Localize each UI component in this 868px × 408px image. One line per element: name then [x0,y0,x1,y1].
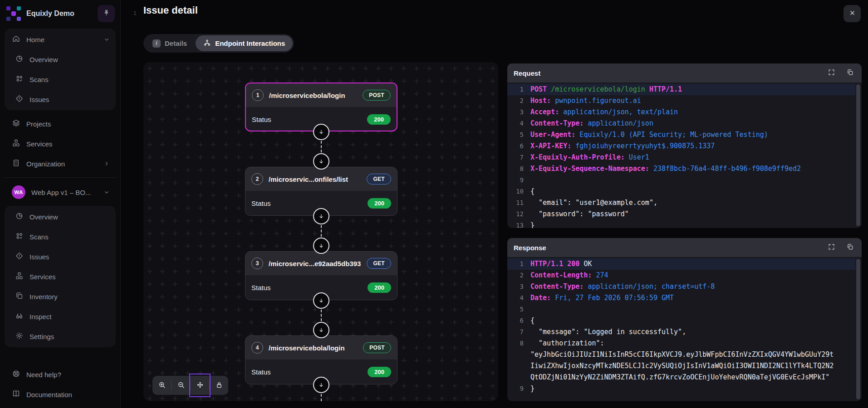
response-panel: Response 1HTTP/1.1 200 OK2Content-Length… [507,238,862,401]
arrow-down-icon [313,238,329,254]
code-text: { [530,315,535,326]
line-number: 8 [507,338,524,349]
code-line: 10{ [507,186,855,197]
lock-button[interactable] [210,376,228,395]
response-copy-button[interactable] [844,242,855,253]
request-expand-button[interactable] [826,68,837,78]
tab-label: Endpoint Interactions [215,39,285,47]
code-text: } [530,220,535,228]
fit-view-button[interactable] [191,376,209,395]
sidebar-item-scans[interactable]: Scans [5,227,116,247]
expand-icon [828,68,835,78]
close-button[interactable] [843,5,861,22]
sidebar-item-services[interactable]: Services [5,267,116,287]
response-expand-button[interactable] [826,242,837,253]
response-scrollbar[interactable] [856,259,860,399]
sidebar-item-web-app-v1-bo[interactable]: WAWeb App v1 – BO... [5,182,116,202]
sidebar-item-label: Scans [29,76,110,83]
zoom-in-icon [158,381,166,390]
arrow-down-icon [313,292,329,309]
line-number: 5 [507,304,524,315]
status-code-badge: 200 [368,367,391,377]
zoom-out-icon [177,381,185,390]
line-number: 2 [507,270,524,281]
sidebar-item-inventory[interactable]: Inventory [5,287,116,306]
status-code-badge: 200 [368,282,391,293]
sidebar-item-label: Overview [29,213,110,221]
line-number: 7 [507,152,524,163]
line-number [507,372,524,383]
response-title: Response [514,244,818,252]
code-line: 5User-Agent: Equixly/1.0 (API Security; … [507,129,855,141]
status-code-badge: 200 [368,198,391,209]
node-header: 2/microservic...onfiles/listGET [245,167,397,191]
sidebar-item-documentation[interactable]: Documentation [5,384,116,404]
zoom-in-button[interactable] [152,376,171,395]
lock-icon [215,381,223,390]
services-icon [12,139,20,149]
flow-canvas[interactable]: 1/microservicebola/loginPOSTStatus2002/m… [143,62,498,401]
sidebar-item-issues[interactable]: Issues [5,247,116,267]
sidebar-item-issues[interactable]: Issues [5,89,116,109]
line-number [507,349,524,360]
sidebar-item-label: Web App v1 – BO... [31,189,97,196]
sidebar-item-projects[interactable]: Projects [5,114,116,134]
page-title: Issue detail [143,5,198,16]
arrow-down-icon [313,322,329,338]
sidebar-item-label: Projects [26,120,110,128]
chev-right [103,160,110,167]
copy-icon [846,68,854,78]
sidebar-item-inspect[interactable]: Inspect [5,306,116,326]
line-number: 3 [507,281,524,292]
sidebar-item-label: Overview [29,56,110,63]
sidebar-item-organization[interactable]: Organization [5,154,116,174]
arrow-down-icon [313,377,329,393]
code-text: POST /microservicebola/login HTTP/1.1 [530,84,682,95]
sidebar-section: HomeOverviewScansIssues [5,29,116,110]
sidebar-item-need-help[interactable]: Need help? [5,364,116,384]
sidebar-item-services[interactable]: Services [5,134,116,154]
node-endpoint-path: /microservic...e92aad5db393 [269,260,361,267]
tab-details[interactable]: iDetails [145,35,195,51]
node-endpoint-path: /microservicebola/login [269,92,345,99]
pin-sidebar-button[interactable] [98,5,115,22]
flow-toolbar [152,376,228,395]
sidebar-item-overview[interactable]: Overview [5,49,116,69]
code-line: 4Content-Type: application/json [507,118,855,129]
sidebar-item-overview[interactable]: Overview [5,207,116,227]
sidebar-item-home[interactable]: Home [5,29,116,49]
sidebar: Equixly Demo HomeOverviewScansIssuesProj… [0,0,121,408]
code-line: IiwiZXhwIjoxNzcyMTkzNDE5LCJ1c2VySUQiOjIs… [507,360,855,372]
code-text: QtODZjNi01NzYyN2ZiNDM3ZTAifQ.zfG7krcvZoO… [530,372,829,383]
sidebar-divider [5,177,116,178]
status-label: Status [251,284,271,291]
code-text: Date: Fri, 27 Feb 2026 07:56:59 GMT [530,292,674,304]
sidebar-item-scans[interactable]: Scans [5,69,116,89]
arrow-down-icon [313,208,329,224]
sidebar-item-settings[interactable]: Settings [5,326,116,346]
request-copy-button[interactable] [844,68,855,78]
code-line: 9 [507,175,855,186]
line-number: 3 [507,107,524,118]
code-line: 13} [507,220,855,228]
request-scrollbar[interactable] [856,84,860,226]
sidebar-item-label: Settings [29,333,110,340]
tab-endpoint-interactions[interactable]: Endpoint Interactions [196,35,293,51]
scans-icon [15,74,24,84]
code-text: IiwiZXhwIjoxNzcyMTkzNDE5LCJ1c2VySUQiOjIs… [530,360,834,372]
code-text: HTTP/1.1 200 OK [530,258,592,270]
response-panel-header: Response [507,238,862,257]
code-line: 8 "authorization": [507,338,855,349]
line-number: 7 [507,326,524,338]
copy-icon [846,243,854,252]
method-badge: GET [367,258,391,269]
sidebar-item-label: Inventory [29,293,110,301]
close-icon [849,10,856,18]
sidebar-item-label: Organization [26,160,97,168]
code-line: 2Host: pwnpoint.figureout.ai [507,95,855,107]
code-line: 8X-Equixly-Sequence-Namespace: 238f8bcb-… [507,163,855,175]
sidebar-footer: Need help?Documentation [0,361,120,408]
organization-icon [12,159,20,169]
zoom-out-button[interactable] [172,376,190,395]
code-text: X-Equixly-Sequence-Namespace: 238f8bcb-7… [530,163,801,175]
